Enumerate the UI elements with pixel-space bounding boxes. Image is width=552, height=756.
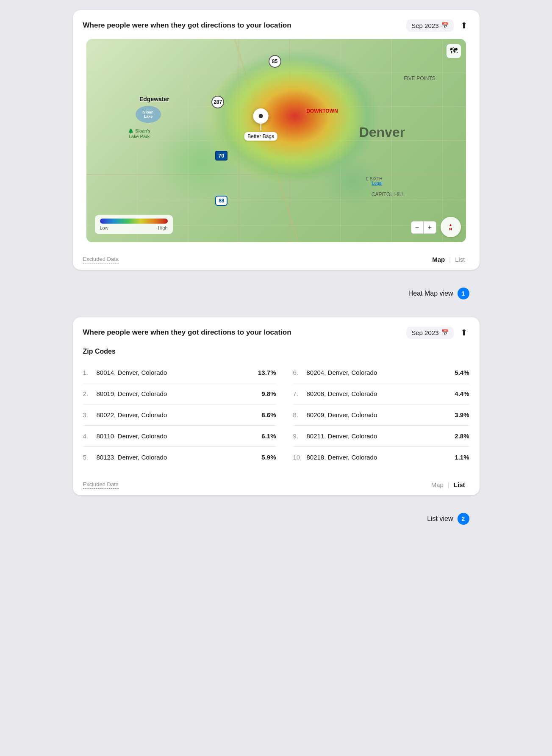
shield-85: 85 [269, 55, 281, 68]
zip-rank: 8. [293, 411, 303, 418]
zoom-out-button[interactable]: − [411, 221, 424, 234]
zip-column-left: 1. 80014, Denver, Colorado 13.7% 2. 8001… [83, 362, 276, 468]
card1-controls: Sep 2023 📅 ⬆ [406, 19, 469, 32]
zip-name: 80019, Denver, Colorado [97, 390, 167, 397]
list-item: 4. 80110, Denver, Colorado 6.1% [83, 426, 276, 447]
card1-header: Where people were when they got directio… [73, 10, 480, 39]
list-item: 5. 80123, Denver, Colorado 5.9% [83, 447, 276, 468]
heatmap-card: Where people were when they got directio… [73, 10, 480, 270]
map-legend: Low High [95, 215, 173, 234]
excluded-data-1[interactable]: Excluded Data [83, 256, 119, 263]
tab-list-1[interactable]: List [451, 254, 469, 265]
tab-list-2[interactable]: List [449, 479, 469, 490]
zip-name: 80022, Denver, Colorado [97, 411, 167, 418]
list-item: 2. 80019, Denver, Colorado 9.8% [83, 383, 276, 404]
excluded-data-2[interactable]: Excluded Data [83, 481, 119, 489]
zip-pct: 5.4% [455, 369, 469, 376]
shield-70: 70 [215, 151, 227, 161]
list-item: 1. 80014, Denver, Colorado 13.7% [83, 362, 276, 383]
five-points-label: FIVE POINTS [404, 75, 435, 81]
zip-pct: 6.1% [261, 432, 276, 440]
zoom-in-button[interactable]: + [424, 221, 436, 234]
zip-pct: 2.8% [455, 432, 469, 440]
card1-footer: Excluded Data Map | List [73, 249, 480, 270]
zip-rank: 9. [293, 432, 303, 440]
tab-map-1[interactable]: Map [428, 254, 449, 265]
zip-pct: 8.6% [261, 411, 276, 418]
zip-rank: 6. [293, 369, 303, 376]
zip-name: 80014, Denver, Colorado [97, 369, 167, 376]
heatmap-overlay [86, 39, 466, 242]
date-picker-1[interactable]: Sep 2023 📅 [406, 19, 453, 32]
legend-bar [100, 219, 168, 224]
downtown-label: DOWNTOWN [306, 108, 338, 114]
zip-codes-title: Zip Codes [83, 346, 469, 362]
zip-rank: 3. [83, 411, 93, 418]
compass-north: ▲ [449, 223, 452, 227]
card2-controls: Sep 2023 📅 ⬆ [406, 326, 469, 339]
denver-label: Denver [359, 125, 405, 140]
list-section: Zip Codes 1. 80014, Denver, Colorado 13.… [73, 346, 480, 468]
annotation-2-wrapper: List view 2 [73, 509, 480, 529]
list-item: 8. 80209, Denver, Colorado 3.9% [293, 404, 469, 426]
map-pin: Better Bags [244, 108, 277, 141]
view-tabs-1: Map | List [428, 254, 469, 265]
date-label-1: Sep 2023 [411, 22, 438, 29]
zip-name: 80218, Denver, Colorado [307, 454, 377, 461]
download-button-2[interactable]: ⬆ [459, 326, 469, 339]
zip-pct: 13.7% [258, 369, 276, 376]
zip-column-right: 6. 80204, Denver, Colorado 5.4% 7. 80208… [276, 362, 469, 468]
card2-title: Where people were when they got directio… [83, 328, 291, 337]
zip-pct: 9.8% [261, 390, 276, 397]
card1-title: Where people were when they got directio… [83, 21, 291, 30]
calendar-icon-1: 📅 [441, 22, 449, 29]
zip-rank: 1. [83, 369, 93, 376]
annotation-1-label: Heat Map view [408, 290, 453, 297]
zip-rank: 7. [293, 390, 303, 397]
pin-stem [261, 124, 261, 130]
sloan-park-label: 🌲 Sloan'sLake Park [128, 128, 150, 139]
annotation-1-badge: 1 [458, 288, 469, 299]
annotation-2-badge: 2 [458, 513, 469, 525]
card2-footer: Excluded Data Map | List [73, 474, 480, 495]
calendar-icon-2: 📅 [441, 329, 449, 336]
list-item: 10. 80218, Denver, Colorado 1.1% [293, 447, 469, 468]
view-tabs-2: Map | List [427, 479, 469, 490]
edgewater-label: Edgewater [139, 96, 169, 102]
legend-labels: Low High [100, 225, 168, 230]
list-item: 6. 80204, Denver, Colorado 5.4% [293, 362, 469, 383]
list-item: 7. 80208, Denver, Colorado 4.4% [293, 383, 469, 404]
zip-pct: 4.4% [455, 390, 469, 397]
pin-label: Better Bags [244, 132, 277, 141]
zip-name: 80208, Denver, Colorado [307, 390, 377, 397]
zip-rank: 10. [293, 454, 303, 461]
map-wrapper: Edgewater SloanLake 🌲 Sloan'sLake Park D… [73, 39, 480, 249]
zip-pct: 3.9% [455, 411, 469, 418]
zip-pct: 1.1% [455, 454, 469, 461]
zip-pct: 5.9% [261, 454, 276, 461]
legend-high: High [158, 225, 168, 230]
compass: ▲ N [441, 217, 461, 237]
list-item: 9. 80211, Denver, Colorado 2.8% [293, 426, 469, 447]
list-item: 3. 80022, Denver, Colorado 8.6% [83, 404, 276, 426]
map-container: Edgewater SloanLake 🌲 Sloan'sLake Park D… [86, 39, 466, 242]
map-type-button[interactable]: 🗺 [447, 44, 461, 58]
zip-name: 80211, Denver, Colorado [307, 432, 377, 440]
zip-name: 80123, Denver, Colorado [97, 454, 167, 461]
map-controls: − + [411, 221, 436, 234]
shield-88: 88 [215, 196, 227, 206]
zip-name: 80209, Denver, Colorado [307, 411, 377, 418]
download-button-1[interactable]: ⬆ [459, 19, 469, 32]
tab-map-2[interactable]: Map [427, 479, 448, 490]
date-picker-2[interactable]: Sep 2023 📅 [406, 327, 453, 339]
zip-rank: 4. [83, 432, 93, 440]
legal-label[interactable]: Legal [372, 181, 382, 186]
capitol-hill-label: CAPITOL HILL [372, 191, 405, 197]
pin-dot [259, 114, 263, 118]
date-label-2: Sep 2023 [411, 329, 438, 336]
zip-rank: 5. [83, 454, 93, 461]
zip-grid: 1. 80014, Denver, Colorado 13.7% 2. 8001… [83, 362, 469, 468]
pin-circle [253, 108, 269, 124]
annotation-1-wrapper: Heat Map view 1 [73, 283, 480, 304]
zip-name: 80110, Denver, Colorado [97, 432, 167, 440]
